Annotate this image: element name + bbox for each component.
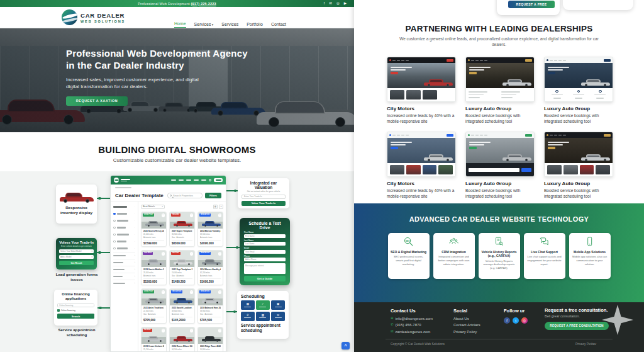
favorite-icon[interactable]: ♡ bbox=[190, 252, 194, 256]
footer-link-contact-artniars[interactable]: Contact Artniars bbox=[453, 323, 480, 327]
youtube-icon[interactable]: ▶ bbox=[344, 2, 347, 6]
test-drive-textarea[interactable]: Message your interest bbox=[244, 263, 286, 274]
filter-row[interactable]: · bbox=[113, 224, 135, 231]
template-logo-icon bbox=[114, 178, 119, 183]
list-view-button[interactable]: ≡ bbox=[219, 205, 223, 209]
car-listing-card[interactable]: ♡2016 Rosso Milane 302044,100 milesGas ·… bbox=[169, 327, 195, 352]
field-input[interactable]: First Name bbox=[244, 234, 286, 238]
twitter-icon[interactable]: t bbox=[513, 317, 519, 324]
favorite-icon[interactable]: ♡ bbox=[218, 290, 222, 294]
car-listing-card[interactable]: New Arrival♡2015 Sworth Loxdane 205248,6… bbox=[169, 288, 195, 324]
request-free-button[interactable]: REQUEST A FREE bbox=[508, 1, 555, 8]
listing-name: 2018 Balmoral Ham 2040 bbox=[200, 307, 221, 309]
filter-row[interactable]: › bbox=[113, 280, 135, 287]
filter-row[interactable]: · bbox=[113, 231, 135, 238]
trade-in-select[interactable]: Add a Model▾ bbox=[59, 255, 94, 259]
phone-schedule-button[interactable]: ✆ bbox=[241, 312, 255, 321]
car-listing-card[interactable]: Low Miles♡2018 Gavrin Malakes 310028,400… bbox=[141, 250, 167, 285]
instagram-icon[interactable]: ◎ bbox=[521, 317, 528, 324]
favorite-icon[interactable]: ♡ bbox=[162, 290, 165, 294]
car-listing-card[interactable]: New Arrival♡2014 Marrow Tamidey 423052,1… bbox=[197, 212, 223, 247]
filter-row[interactable]: · bbox=[113, 245, 135, 252]
favorite-icon[interactable]: ♡ bbox=[190, 290, 194, 294]
filter-row[interactable]: · bbox=[113, 210, 135, 217]
filter-checkbox[interactable] bbox=[113, 220, 116, 222]
trade-in-submit-button[interactable]: Get Result bbox=[59, 261, 94, 265]
filter-row[interactable]: › bbox=[113, 259, 135, 266]
favorite-icon[interactable]: ♡ bbox=[162, 252, 165, 256]
chat-schedule-button[interactable]: ✉ bbox=[271, 312, 285, 321]
favorite-icon[interactable]: ♡ bbox=[190, 329, 194, 332]
valuation-input[interactable]: Enter Your Trade-In bbox=[242, 195, 286, 199]
car-listing-card[interactable]: Hot Deal♡2019 Crown Venlane 203125,700 m… bbox=[141, 327, 167, 352]
instagram-icon[interactable]: ◎ bbox=[336, 2, 340, 6]
privacy-link[interactable]: Privacy Petitav bbox=[575, 342, 596, 346]
financing-input[interactable]: Online financing bbox=[57, 304, 94, 308]
car-listing-card[interactable]: New Arrival♡2014 Warren Handley 420061,2… bbox=[197, 250, 223, 285]
financing-checkbox-row[interactable]: Online financing bbox=[57, 309, 94, 312]
nav-item-services[interactable]: Services bbox=[221, 22, 238, 26]
scroll-to-top-button[interactable]: ^ bbox=[341, 342, 350, 349]
mail-icon[interactable]: ✉ bbox=[329, 2, 332, 6]
car-listing-card[interactable]: New Arrival♡2018 Balmoral Ham 204033,900… bbox=[197, 288, 223, 324]
car-listing-card[interactable]: Great Price♡2021 Sasera Hersey 230141,00… bbox=[141, 212, 167, 247]
field-input[interactable]: Your Email bbox=[244, 250, 286, 254]
template-header-button[interactable] bbox=[214, 178, 223, 182]
search-icon[interactable] bbox=[209, 179, 211, 181]
facebook-icon[interactable]: f bbox=[324, 2, 325, 6]
checkbox-icon[interactable] bbox=[57, 309, 60, 312]
filter-row[interactable]: › bbox=[113, 273, 135, 280]
sort-select[interactable]: Best Match▾ bbox=[141, 205, 165, 209]
financing-submit-button[interactable]: Search bbox=[57, 314, 94, 319]
hero-cta-button[interactable]: REQUEST A XAATION bbox=[66, 96, 128, 106]
filter-row[interactable]: › bbox=[113, 266, 135, 273]
footer-link-privacy-policy[interactable]: Privacy Policy bbox=[453, 330, 480, 334]
contact-item[interactable]: ⊕info@disongeoes.com bbox=[391, 317, 433, 321]
footer-link-about-us[interactable]: About Us bbox=[453, 317, 480, 321]
filter-row[interactable]: › bbox=[113, 252, 135, 259]
favorite-icon[interactable]: ♡ bbox=[190, 213, 194, 217]
trade-in-select[interactable]: Select Your Make/Model▾ bbox=[59, 249, 94, 254]
template-filters-button[interactable]: Filters bbox=[205, 193, 221, 198]
car-listing-card[interactable]: Great Price♡2021 Amint Tradelane 202122,… bbox=[141, 288, 167, 324]
logo[interactable]: CAR DEALER WEB SOLUTIONS bbox=[62, 9, 125, 25]
favorite-icon[interactable]: ♡ bbox=[162, 329, 165, 332]
favorite-icon[interactable]: ♡ bbox=[218, 329, 222, 332]
grid-view-button[interactable]: ▦ bbox=[213, 205, 218, 209]
consultation-button[interactable]: REQUEST A FREE CONSULTATION bbox=[545, 322, 609, 330]
nav-item-services[interactable]: Services ▾ bbox=[194, 22, 214, 26]
filter-checkbox[interactable] bbox=[113, 227, 116, 229]
favorite-icon[interactable]: ♡ bbox=[218, 213, 222, 217]
favorite-icon[interactable]: ♡ bbox=[218, 252, 222, 256]
valuation-button[interactable]: Value Your Trade-In bbox=[242, 201, 286, 207]
filter-row[interactable]: · bbox=[113, 238, 135, 245]
filter-checkbox[interactable] bbox=[113, 213, 116, 215]
car-listing-card[interactable]: ♡2020 Ridge Tavor 404030,800 milesAutoma… bbox=[197, 327, 223, 352]
calendar-schedule-button[interactable]: ▦ bbox=[241, 300, 255, 310]
facebook-icon[interactable]: f bbox=[504, 317, 510, 324]
listing-detail: 44,100 miles bbox=[172, 348, 192, 351]
favorite-icon[interactable]: ♡ bbox=[162, 213, 165, 217]
car-listing-card[interactable]: Hot Deal♡2021 Expt Tandplane 202119,000 … bbox=[169, 250, 195, 285]
filter-checkbox[interactable] bbox=[113, 241, 116, 243]
car-listing-card[interactable]: Hot Deal♡2017 Expert Templane 20236,500 … bbox=[169, 212, 195, 247]
calendar-schedule-button[interactable]: ▦ bbox=[256, 312, 270, 321]
contact-item[interactable]: ✆(915) 456-7870 bbox=[391, 323, 433, 327]
check-schedule-button[interactable]: ✓ bbox=[256, 300, 270, 310]
topbar-phone-link[interactable]: (917) 225-2223 bbox=[191, 2, 216, 6]
nav-item-home[interactable]: Home bbox=[174, 21, 186, 28]
field-input[interactable]: Last Name bbox=[244, 242, 286, 246]
template-search-input[interactable]: Search Properties bbox=[167, 193, 203, 198]
test-drive-submit-button[interactable]: Get a Guide bbox=[244, 276, 286, 281]
video-schedule-button[interactable]: ▣ bbox=[271, 300, 285, 310]
car-photo: Great Price♡ bbox=[142, 289, 166, 305]
car-window bbox=[178, 338, 185, 338]
filter-row[interactable]: · bbox=[113, 203, 135, 210]
filter-checkbox[interactable] bbox=[113, 247, 116, 250]
filter-row[interactable]: · bbox=[113, 217, 135, 224]
filter-checkbox[interactable] bbox=[113, 234, 116, 236]
nav-item-portfolio[interactable]: Portfolio bbox=[247, 22, 263, 26]
nav-item-contact[interactable]: Contact bbox=[271, 22, 286, 26]
field-input[interactable]: Add a Phone bbox=[244, 258, 286, 261]
contact-item[interactable]: ✉cardealengenes.com bbox=[391, 330, 433, 334]
